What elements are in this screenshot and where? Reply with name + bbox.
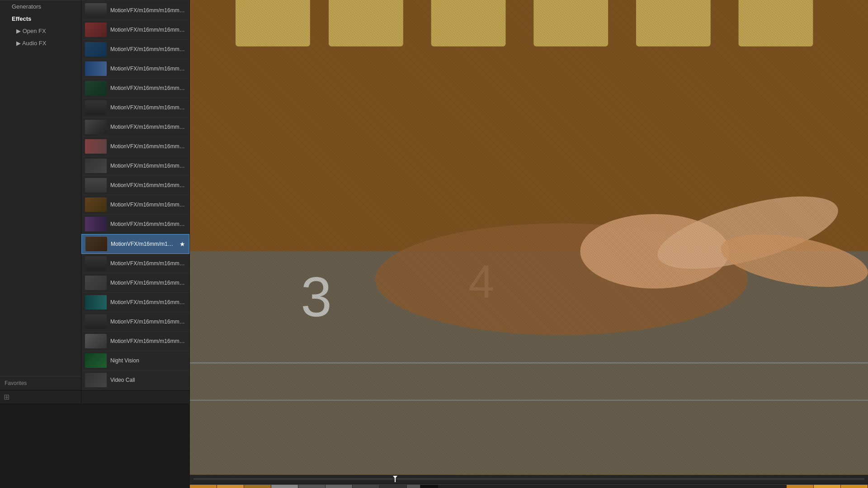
effect-thumbnail-21 — [85, 159, 107, 173]
effect-name-23: MotionVFX/m16mm/m16mm 23 — [110, 202, 186, 208]
effect-thumbnail-13 — [85, 3, 107, 18]
effect-thumbnail-16 — [85, 61, 107, 76]
effect-thumbnail-25 — [85, 237, 107, 251]
effect-name-28: MotionVFX/m16mm/m16mm 28 — [110, 299, 186, 305]
video-content: 3 4 — [190, 0, 868, 475]
filmstrip-cell-bottom — [326, 485, 353, 488]
effect-name-29: MotionVFX/m16mm/m16mm 29 — [110, 319, 186, 325]
effect-item-13[interactable]: MotionVFX/m16mm/m16mm 13 — [81, 1, 189, 20]
scrub-head[interactable] — [395, 476, 396, 482]
effect-thumbnail-19 — [85, 120, 107, 134]
svg-rect-7 — [739, 0, 813, 47]
favorites-label: Favorites — [5, 380, 27, 386]
effect-item-nv[interactable]: Night Vision — [81, 351, 189, 371]
svg-rect-5 — [533, 0, 608, 47]
svg-rect-2 — [236, 0, 310, 47]
effect-item-23[interactable]: MotionVFX/m16mm/m16mm 23 — [81, 195, 189, 215]
effect-item-24[interactable]: MotionVFX/m16mm/m16mm 24 — [81, 215, 189, 234]
scrub-bar[interactable] — [190, 475, 868, 484]
filmstrip-cell-bottom — [244, 485, 271, 488]
effect-name-18: MotionVFX/m16mm/m16mm 18 — [110, 104, 186, 111]
effect-item-19[interactable]: MotionVFX/m16mm/m16mm 19 — [81, 117, 189, 137]
effect-thumbnail-27 — [85, 276, 107, 290]
effect-name-21: MotionVFX/m16mm/m16mm 21 — [110, 163, 186, 169]
sidebar-item-audio-fx[interactable]: ▶ Audio FX — [0, 37, 81, 49]
effect-thumbnail-14 — [85, 23, 107, 37]
effect-thumbnail-18 — [85, 100, 107, 115]
preview-area: ⤢ ▾ 75% ▾ 00:00:12:08 — [190, 0, 868, 404]
effect-thumbnail-20 — [85, 139, 107, 154]
effect-name-27: MotionVFX/m16mm/m16mm 27 — [110, 280, 186, 286]
effect-name-24: MotionVFX/m16mm/m16mm 24 — [110, 221, 186, 227]
effect-thumbnail-17 — [85, 81, 107, 95]
effect-thumbnail-15 — [85, 42, 107, 56]
effect-item-16[interactable]: MotionVFX/m16mm/m16mm 16 — [81, 59, 189, 79]
effect-thumbnail-nv — [85, 353, 107, 368]
filmstrip-cell-bottom — [407, 485, 420, 488]
effect-name-16: MotionVFX/m16mm/m16mm 16 — [110, 66, 186, 72]
effect-thumbnail-22 — [85, 178, 107, 192]
effect-name-22: MotionVFX/m16mm/m16mm 22 — [110, 182, 186, 188]
effect-thumbnail-24 — [85, 217, 107, 231]
sidebar-label-generators: Generators — [12, 3, 41, 10]
sidebar-item-generators[interactable]: Generators — [0, 0, 81, 13]
effect-item-22[interactable]: MotionVFX/m16mm/m16mm 22 — [81, 176, 189, 195]
filmstrip-cell-bottom — [190, 485, 217, 488]
sidebar-label-audio-fx: Audio FX — [22, 40, 46, 47]
effect-name-30: MotionVFX/m16mm/m16mm 30 — [110, 338, 186, 344]
sidebar-bottom-bar: ⊞ — [0, 390, 81, 404]
effect-item-20[interactable]: MotionVFX/m16mm/m16mm 20 — [81, 137, 189, 156]
effect-item-28[interactable]: MotionVFX/m16mm/m16mm 28 — [81, 293, 189, 312]
favorites-section: Favorites — [0, 376, 81, 390]
sidebar-label-open-fx: Open FX — [23, 28, 46, 34]
effect-name-nv: Night Vision — [110, 357, 186, 364]
effect-item-14[interactable]: MotionVFX/m16mm/m16mm 14 — [81, 20, 189, 40]
effect-item-17[interactable]: MotionVFX/m16mm/m16mm 17 — [81, 79, 189, 98]
effect-item-30[interactable]: MotionVFX/m16mm/m16mm 30 — [81, 332, 189, 351]
effect-name-15: MotionVFX/m16mm/m16mm 15 — [110, 46, 186, 52]
video-frame: 3 4 — [190, 0, 868, 475]
effect-name-13: MotionVFX/m16mm/m16mm 13 — [110, 7, 186, 14]
effect-name-19: MotionVFX/m16mm/m16mm 19 — [110, 124, 186, 130]
filmstrip-bottom — [190, 484, 868, 488]
effect-item-26[interactable]: MotionVFX/m16mm/m16mm 26 — [81, 254, 189, 273]
effect-thumbnail-26 — [85, 256, 107, 271]
filmstrip-cell-bottom — [841, 485, 868, 488]
svg-rect-4 — [431, 0, 506, 47]
sidebar: ☰ ⊞ ▾ Toolbox Video Transitions Audio Tr… — [0, 0, 81, 404]
sidebar-item-open-fx[interactable]: ▶ Open FX — [0, 25, 81, 37]
effect-name-vc: Video Call — [110, 377, 186, 383]
effect-thumbnail-23 — [85, 197, 107, 212]
effect-item-18[interactable]: MotionVFX/m16mm/m16mm 18 — [81, 98, 189, 117]
effect-item-21[interactable]: MotionVFX/m16mm/m16mm 21 — [81, 156, 189, 176]
effects-bottom-bar — [81, 390, 189, 404]
filmstrip-cell-bottom — [380, 485, 407, 488]
audio-fx-arrow: ▶ — [16, 40, 22, 47]
filmstrip-cell-bottom — [420, 485, 439, 488]
effect-item-15[interactable]: MotionVFX/m16mm/m16mm 15 — [81, 40, 189, 59]
effect-item-27[interactable]: MotionVFX/m16mm/m16mm 27 — [81, 273, 189, 293]
open-fx-arrow: ▶ — [16, 28, 23, 34]
filmstrip-cell-bottom — [353, 485, 380, 488]
filmstrip-cell-bottom — [271, 485, 298, 488]
filmstrip-cell-bottom — [814, 485, 841, 488]
effect-name-17: MotionVFX/m16mm/m16mm 17 — [110, 85, 186, 91]
effect-thumbnail-29 — [85, 314, 107, 329]
svg-rect-3 — [329, 0, 403, 47]
effect-name-26: MotionVFX/m16mm/m16mm 26 — [110, 260, 186, 267]
effect-name-14: MotionVFX/m16mm/m16mm 14 — [110, 27, 186, 33]
effect-star-icon: ★ — [179, 240, 185, 248]
sidebar-bottom-icon: ⊞ — [4, 393, 9, 401]
effect-thumbnail-28 — [85, 295, 107, 310]
effect-item-25[interactable]: MotionVFX/m16mm/m16mm 25★ — [81, 234, 189, 254]
svg-rect-6 — [636, 0, 711, 47]
effect-name-20: MotionVFX/m16mm/m16mm 20 — [110, 143, 186, 150]
filmstrip-cell-bottom — [217, 485, 244, 488]
filmstrip-cell-bottom — [439, 485, 787, 488]
effects-panel: 🔍 ··· MotionVFX/m16mm/m16mm 10MotionVFX/… — [81, 0, 190, 404]
sidebar-item-effects[interactable]: Effects — [0, 13, 81, 25]
effect-item-29[interactable]: MotionVFX/m16mm/m16mm 29 — [81, 312, 189, 332]
scrub-line[interactable] — [193, 479, 864, 479]
effect-item-vc[interactable]: Video Call — [81, 371, 189, 390]
effects-list: MotionVFX/m16mm/m16mm 10MotionVFX/m16mm/… — [81, 0, 189, 390]
